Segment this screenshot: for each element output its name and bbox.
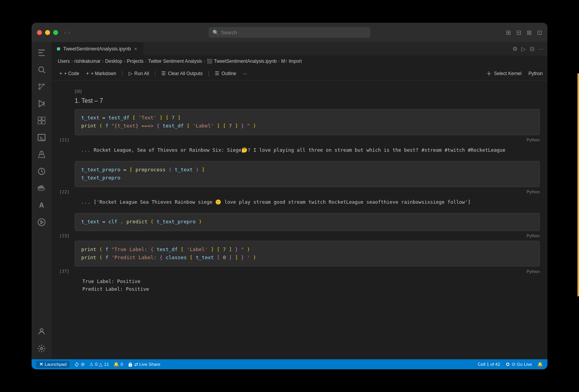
svg-rect-19 (38, 187, 40, 188)
launchpad-button[interactable]: ✕ Launchpad (36, 361, 70, 368)
notification-count: 0 (120, 362, 123, 367)
status-live-share[interactable]: ⇄ Live Share (128, 362, 161, 367)
svg-marker-9 (39, 101, 44, 107)
outline-icon: ☰ (215, 70, 219, 76)
svg-line-8 (40, 85, 43, 88)
code-line-22-2: t_text_prepro (81, 174, 533, 182)
code-cell-21[interactable]: t_text = test_df [ 'Text' ] [ 7 ] (75, 109, 540, 135)
activity-run[interactable] (34, 96, 49, 111)
tab-split-icon[interactable]: ⊟ (530, 45, 535, 52)
tab-name: TweetSentimentAnalysis.ipynb (63, 46, 131, 52)
output-37-line2: Predict Label: Positive (82, 285, 149, 293)
tab-more-icon[interactable]: ··· (539, 45, 544, 52)
status-notifications[interactable]: 🔔 0 (114, 362, 123, 367)
nav-back-icon[interactable]: ‹ (64, 29, 66, 35)
titlebar-icons: ⊞ ⊟ ⊠ ⊡ (506, 29, 542, 36)
code-cell-23[interactable]: t_text = clf . predict ( t_text_prepro ) (75, 213, 540, 231)
output-22-dots: ··· (81, 199, 90, 208)
tab-file-icon (57, 47, 60, 50)
traffic-lights (37, 30, 58, 35)
cell-21-number: [21] (59, 137, 70, 142)
activity-testing[interactable] (34, 147, 49, 162)
code-line-37-2: print ( f 'Predict Label: { classes [ t_… (81, 254, 533, 262)
cell-21-lang: Python (527, 137, 540, 142)
cell-22-label-row: [22] Python (52, 189, 547, 195)
svg-rect-0 (38, 51, 45, 51)
breadcrumb-user: rishikakumar (74, 59, 100, 64)
cell-37-number: [37] (59, 269, 70, 274)
markdown-icon: + (86, 70, 89, 76)
layout-icon-1[interactable]: ⊞ (506, 29, 511, 36)
activity-extensions[interactable] (34, 113, 49, 128)
code-cell-37[interactable]: print ( f "True Label: { test_df [ 'Labe… (75, 241, 540, 267)
svg-point-1 (39, 67, 44, 72)
activity-bar: A (32, 42, 52, 359)
add-markdown-button[interactable]: + + Markdown (83, 69, 119, 78)
live-share-label: ⇄ Live Share (134, 362, 161, 367)
activity-search[interactable] (34, 62, 49, 77)
activity-account[interactable] (34, 324, 49, 339)
outline-button[interactable]: ☰ Outline (212, 69, 239, 78)
activity-settings[interactable] (34, 341, 49, 356)
output-21-dots: ··· (81, 147, 90, 156)
main-layout: A TweetSentimentAnalysis.ipynb × (32, 42, 547, 359)
select-kernel-button[interactable]: Select Kernel (482, 69, 525, 78)
status-cell-info[interactable]: Cell 1 of 42 (478, 362, 500, 367)
tab-run-icon[interactable]: ▷ (521, 45, 526, 52)
close-button[interactable] (37, 30, 42, 35)
more-button[interactable]: ··· (240, 69, 250, 78)
output-37-line1: True Label: Positive (82, 278, 141, 285)
run-all-label: Run All (134, 71, 149, 76)
notebook-tab[interactable]: TweetSentimentAnalysis.ipynb × (52, 42, 143, 56)
svg-point-25 (40, 347, 43, 350)
tab-close-button[interactable]: × (134, 46, 137, 52)
svg-point-26 (489, 73, 490, 74)
run-all-button[interactable]: ▷ Run All (126, 69, 152, 78)
code-line-2: print ( f "{t_text} ===> { test_df [ 'La… (81, 122, 533, 130)
code-cell-23-content: t_text = clf . predict ( t_text_prepro ) (75, 213, 539, 231)
layout-icon-2[interactable]: ⊟ (516, 29, 521, 36)
code-line-1: t_text = test_df [ 'Text' ] [ 7 ] (81, 114, 533, 122)
nav-arrows: ‹ › (64, 29, 70, 35)
activity-terminal[interactable] (34, 130, 49, 145)
code-cell-22[interactable]: t_text_prepro = [ preprocess ( t_text ) … (75, 161, 540, 187)
layout-icon-3[interactable]: ⊠ (527, 29, 532, 36)
breadcrumb-users: Users (58, 59, 70, 64)
activity-font[interactable]: A (34, 198, 49, 213)
svg-point-24 (40, 329, 43, 332)
activity-docker[interactable] (34, 181, 49, 196)
code-line-22-1: t_text_prepro = [ preprocess ( t_text ) … (81, 166, 533, 174)
code-cell-37-content: print ( f "True Label: { test_df [ 'Labe… (75, 241, 539, 266)
nav-forward-icon[interactable]: › (69, 29, 70, 35)
tab-settings-icon[interactable]: ⚙ (512, 45, 517, 52)
status-warnings[interactable]: ⚠ 0 △ 11 (89, 362, 109, 367)
triangle-icon: △ (99, 362, 102, 367)
add-code-label: + Code (64, 71, 79, 76)
activity-source-control[interactable] (34, 79, 49, 94)
app-window: ‹ › 🔍 Search ⊞ ⊟ ⊠ ⊡ (32, 23, 547, 369)
search-bar[interactable]: 🔍 Search (209, 27, 370, 38)
output-21: ··· Rocket League, Sea of Thieves or Rai… (75, 144, 540, 158)
warning-icon: ⚠ (89, 362, 94, 367)
activity-history[interactable] (34, 164, 49, 179)
breadcrumb-sep-4: › (145, 59, 147, 64)
svg-rect-14 (42, 121, 45, 124)
code-cell-21-content: t_text = test_df [ 'Text' ] [ 7 ] (75, 109, 539, 135)
cell-22-number: [22] (59, 189, 70, 194)
activity-explorer[interactable] (34, 45, 49, 60)
add-code-button[interactable]: + + Code (56, 69, 82, 78)
status-sync[interactable]: ⊘ (74, 362, 85, 367)
layout-icon-4[interactable]: ⊡ (537, 29, 542, 36)
minimize-button[interactable] (45, 30, 50, 35)
breadcrumb-file-icon: ⬛ (207, 59, 213, 64)
activity-remote[interactable] (34, 214, 49, 230)
cell-23-label-row: [23] Python (52, 233, 547, 239)
maximize-button[interactable] (53, 30, 58, 35)
python-label: Python (529, 71, 543, 76)
content-area: TweetSentimentAnalysis.ipynb × ⚙ ▷ ⊟ ···… (52, 42, 547, 359)
status-bell[interactable]: 🔔 (537, 362, 543, 367)
status-go-live[interactable]: ⊙ Go Live (505, 362, 532, 367)
toolbar-sep-2: | (154, 70, 156, 77)
clear-outputs-button[interactable]: ☰ Clear All Outputs (158, 69, 206, 78)
x-icon: ✕ (39, 362, 43, 367)
